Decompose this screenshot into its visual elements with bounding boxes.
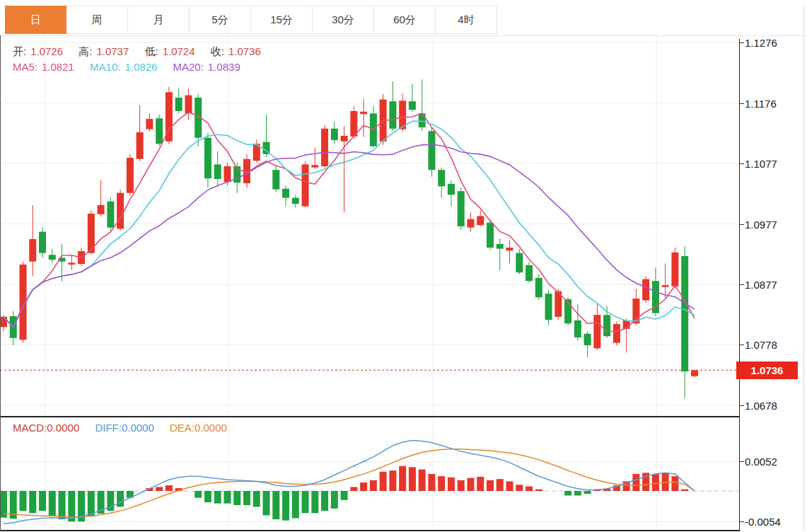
tab-min5[interactable]: 5分 [190, 6, 251, 34]
macd-histogram-bar [49, 491, 56, 516]
candle-body [642, 279, 649, 301]
candle-body [681, 256, 688, 371]
candle-body [467, 219, 474, 228]
macd-chart[interactable] [0, 417, 739, 531]
candle-body [39, 232, 46, 253]
macd-histogram-bar [292, 491, 299, 518]
price-tick-label-mark [739, 345, 744, 345]
candle-body [175, 98, 182, 111]
price-tick-label-mark [739, 405, 744, 406]
tab-min60[interactable]: 60分 [374, 6, 436, 34]
candle-body [487, 223, 494, 248]
low-value: 1.0724 [163, 45, 195, 57]
candle-body [117, 193, 124, 229]
macd-histogram-bar [253, 491, 260, 507]
candle-body [428, 131, 435, 170]
candle-body [526, 265, 533, 281]
macd-histogram-bar [243, 491, 250, 505]
macd-histogram-bar [380, 472, 387, 491]
diff-label: DIFF: [95, 422, 122, 434]
macd-histogram-bar [428, 474, 435, 491]
candle-body [360, 112, 367, 114]
macd-histogram-bar [448, 478, 455, 491]
candle-body [671, 253, 678, 287]
tab-week[interactable]: 周 [66, 6, 128, 34]
candle-body [49, 255, 56, 260]
price-tick-label-mark [739, 163, 744, 164]
candle-body [272, 170, 279, 189]
candle-body [419, 113, 426, 127]
macd-histogram-bar [632, 474, 639, 491]
macd-histogram-bar [20, 491, 27, 511]
diff-line [4, 441, 695, 524]
open-value: 1.0726 [30, 45, 63, 57]
macd-histogram-bar [29, 491, 36, 513]
close-value: 1.0736 [228, 45, 261, 57]
macd-histogram-bar [477, 477, 484, 491]
candle-body [214, 164, 221, 179]
timeframe-tabbar: 日周月5分15分30分60分4时 [5, 6, 497, 34]
candle-body [223, 166, 231, 182]
macd-histogram-bar [467, 478, 474, 491]
macd-histogram-bar [671, 476, 678, 491]
macd-histogram-bar [458, 480, 465, 491]
macd-histogram-bar [350, 487, 357, 491]
diff-value: 0.0000 [122, 422, 154, 434]
candle-body [331, 129, 338, 140]
candle-body [506, 248, 513, 250]
macd-histogram-bar [166, 485, 173, 491]
price-tick-label: 1.0678 [745, 400, 777, 412]
macd-histogram-bar [497, 479, 504, 491]
macd-histogram-bar [39, 491, 46, 511]
candlestick-chart[interactable] [0, 35, 739, 416]
ma5-label: MA5: [13, 61, 37, 73]
macd-histogram-bar [564, 491, 571, 495]
macd-histogram-bar [59, 491, 66, 519]
high-value: 1.0737 [96, 45, 129, 57]
macd-tick-label: 0.0052 [745, 456, 777, 468]
price-axis: 1.12761.11761.10771.09771.08771.07781.06… [739, 0, 807, 532]
macd-tick-label: -0.0054 [745, 516, 781, 528]
open-label: 开: [13, 45, 26, 57]
macd-histogram-bar [652, 474, 659, 491]
candle-body [185, 96, 192, 114]
dea-label: DEA: [170, 422, 195, 434]
price-tick-label: 1.1077 [745, 157, 777, 169]
candle-body [321, 129, 328, 166]
macd-histogram-bar [341, 491, 348, 500]
candle-body [448, 184, 455, 195]
ma5-value: 1.0821 [42, 61, 74, 73]
macd-value: 0.0000 [47, 422, 79, 434]
candle-body [68, 262, 75, 265]
macd-histogram-bar [389, 470, 396, 491]
candle-body [292, 198, 299, 204]
tab-min30[interactable]: 30分 [313, 6, 374, 34]
tab-hour4[interactable]: 4时 [436, 6, 497, 34]
macd-histogram-bar [195, 491, 202, 498]
macd-histogram-bar [506, 481, 513, 491]
candle-body [137, 132, 144, 159]
candle-body [574, 320, 581, 337]
candle-body [311, 165, 318, 167]
tab-min15[interactable]: 15分 [251, 6, 313, 34]
macd-histogram-bar [117, 491, 124, 507]
candle-body [438, 170, 445, 186]
candle-body [156, 118, 163, 144]
price-tick-label-mark [739, 103, 744, 104]
candle-body [584, 334, 591, 345]
macd-histogram-bar [263, 491, 270, 515]
macd-histogram-bar [681, 490, 688, 491]
candle-body [497, 244, 504, 249]
macd-histogram-bar [223, 491, 231, 504]
price-tick-label: 1.0977 [745, 218, 777, 230]
macd-histogram-bar [331, 491, 338, 509]
macd-histogram-bar [438, 476, 445, 491]
tab-month[interactable]: 月 [128, 6, 190, 34]
price-tick-label: 1.0778 [745, 339, 777, 351]
macd-tick-label-mark [739, 521, 744, 522]
dea-value: 0.0000 [195, 422, 227, 434]
ma-legend: MA5:1.0821 MA10:1.0826 MA20:1.0839 [13, 61, 245, 73]
macd-label: MACD: [13, 422, 47, 434]
close-label: 收: [211, 45, 224, 57]
tab-day[interactable]: 日 [5, 6, 66, 34]
